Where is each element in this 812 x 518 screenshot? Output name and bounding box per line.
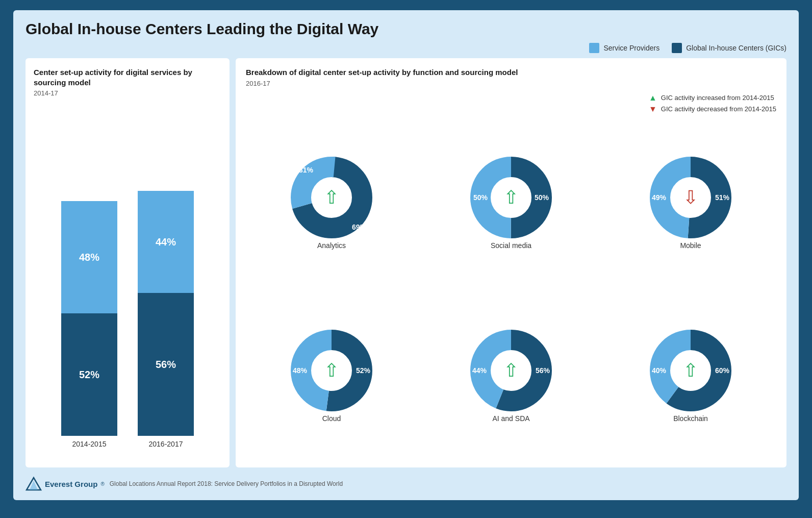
footer-brand: Everest Group [45, 480, 97, 488]
donut-analytics: ⇧ 31% 69% [291, 157, 372, 238]
left-panel-subtitle: 2014-17 [34, 89, 221, 97]
gic-pct-analytics: 69% [352, 223, 366, 231]
left-panel-title: Center set-up activity for digital servi… [34, 67, 221, 87]
legend-gic: Global In-house Centers (GICs) [672, 43, 786, 53]
bar-segment-sp-2016: 44% [138, 191, 194, 293]
legend-service-providers: Service Providers [589, 43, 659, 53]
donut-label-cloud: Cloud [322, 414, 341, 423]
trend-arrow-mobile: ⇩ [683, 188, 698, 207]
donut-social: ⇧ 50% 50% [470, 157, 552, 238]
right-panel-subtitle: 2016-17 [246, 80, 776, 87]
trend-arrow-blockchain: ⇧ [683, 361, 698, 380]
donut-legend: ▲ GIC activity increased from 2014-2015 … [649, 93, 776, 114]
gic-pct-social: 50% [535, 193, 549, 202]
donut-cell-mobile: ⇩ 49% 51% Mobile [605, 121, 776, 286]
sp-pct-social: 50% [473, 193, 488, 202]
donut-cell-blockchain: ⇧ 40% 60% Blockchain [605, 293, 776, 458]
sp-pct-blockchain: 40% [652, 366, 666, 375]
trend-arrow-analytics: ⇧ [324, 188, 339, 207]
donut-blockchain: ⇧ 40% 60% [650, 330, 731, 411]
donut-mobile: ⇩ 49% 51% [650, 157, 731, 238]
gic-pct-ai: 56% [536, 366, 550, 375]
legend-gic-box [672, 43, 682, 53]
donut-label-ai: AI and SDA [492, 414, 529, 423]
donut-ai: ⇧ 44% 56% [470, 330, 552, 411]
donut-legend-increased: ▲ GIC activity increased from 2014-2015 [649, 93, 776, 103]
trend-arrow-ai: ⇧ [503, 361, 519, 380]
donut-cloud: ⇧ 48% 52% [291, 330, 372, 411]
donut-label-analytics: Analytics [317, 241, 346, 250]
donut-center-ai: ⇧ [493, 352, 529, 389]
donut-center-blockchain: ⇧ [672, 352, 709, 389]
donut-cell-analytics: ⇧ 31% 69% Analytics [246, 121, 417, 286]
sp-pct-analytics: 31% [299, 166, 313, 174]
bar-segment-sp-2014: 48% [61, 201, 117, 313]
donut-legend-decreased: ▼ GIC activity decreased from 2014-2015 [649, 105, 776, 114]
donut-label-mobile: Mobile [680, 241, 701, 250]
legend-sp-box [589, 43, 599, 53]
right-panel: Breakdown of digital center set-up activ… [236, 58, 786, 467]
donut-cell-ai: ⇧ 44% 56% AI and SDA [425, 293, 597, 458]
donut-cell-cloud: ⇧ 48% 52% Cloud [246, 293, 417, 458]
bar-chart-area: 48% 52% 2014-2015 44% 56% 2016-2017 [34, 103, 221, 458]
gic-pct-cloud: 52% [356, 366, 370, 375]
donut-center-mobile: ⇩ [672, 179, 709, 216]
donut-cell-social: ⇧ 50% 50% Social media [425, 121, 597, 286]
sp-pct-mobile: 49% [652, 193, 666, 202]
donut-legend-decreased-label: GIC activity decreased from 2014-2015 [661, 105, 776, 113]
legend-row: Service Providers Global In-house Center… [26, 43, 786, 53]
right-panel-title: Breakdown of digital center set-up activ… [246, 67, 776, 78]
bar-stack-2014: 48% 52% [61, 201, 117, 436]
gic-pct-mobile: 51% [715, 193, 729, 202]
bar-label-2016: 2016-2017 [149, 440, 183, 448]
bar-segment-gic-2016: 56% [138, 293, 194, 436]
bar-label-2014: 2014-2015 [72, 440, 107, 448]
arrow-up-icon: ▲ [649, 93, 657, 103]
trend-arrow-cloud: ⇧ [324, 361, 339, 380]
page-title: Global In-house Centers Leading the Digi… [26, 20, 786, 38]
left-panel: Center set-up activity for digital servi… [26, 58, 230, 467]
donut-grid: ⇧ 31% 69% Analytics [246, 121, 776, 459]
donut-label-social: Social media [491, 241, 531, 250]
arrow-down-icon: ▼ [649, 105, 657, 114]
legend-gic-label: Global In-house Centers (GICs) [686, 44, 786, 52]
content-row: Center set-up activity for digital servi… [26, 58, 786, 467]
donut-center-analytics: ⇧ [313, 179, 350, 216]
sp-pct-ai: 44% [472, 366, 487, 375]
bar-segment-gic-2014: 52% [61, 313, 117, 436]
footer: Everest Group ® Global Locations Annual … [26, 473, 786, 492]
bar-stack-2016: 44% 56% [138, 191, 194, 436]
donut-center-cloud: ⇧ [313, 352, 350, 389]
sp-pct-cloud: 48% [293, 366, 307, 375]
legend-sp-label: Service Providers [603, 44, 659, 52]
everest-logo-icon [26, 476, 42, 492]
donut-legend-increased-label: GIC activity increased from 2014-2015 [661, 94, 774, 102]
footer-text: Global Locations Annual Report 2018: Ser… [110, 480, 343, 487]
footer-logo: Everest Group ® [26, 476, 105, 492]
main-container: Global In-house Centers Leading the Digi… [13, 10, 799, 500]
trend-arrow-social: ⇧ [503, 188, 519, 207]
donut-center-social: ⇧ [493, 179, 529, 216]
bar-group-2016: 44% 56% 2016-2017 [138, 191, 194, 448]
bar-group-2014: 48% 52% 2014-2015 [61, 201, 117, 448]
gic-pct-blockchain: 60% [715, 366, 729, 375]
donut-label-blockchain: Blockchain [673, 414, 708, 423]
